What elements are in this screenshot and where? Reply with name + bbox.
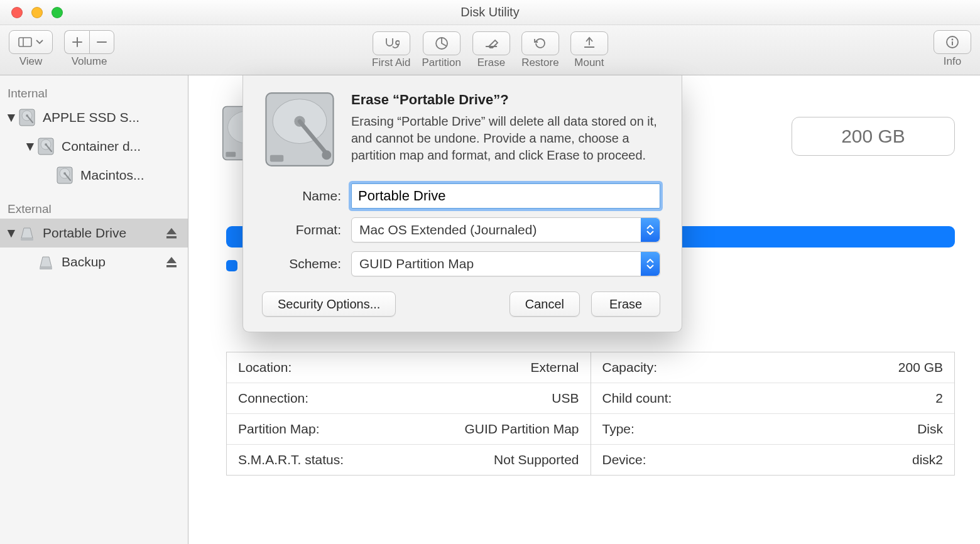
table-row: Partition Map:GUID Partition Map bbox=[227, 414, 591, 445]
sidebar-item-label: APPLE SSD S... bbox=[43, 110, 188, 125]
scheme-label: Scheme: bbox=[262, 256, 351, 271]
mount-icon bbox=[582, 36, 597, 51]
window-titlebar: Disk Utility bbox=[0, 0, 980, 25]
eject-icon[interactable] bbox=[165, 256, 178, 268]
eraser-icon bbox=[483, 36, 499, 50]
detail-label: Type: bbox=[602, 422, 634, 437]
scheme-value: GUID Partition Map bbox=[359, 256, 474, 271]
info-button[interactable] bbox=[934, 30, 971, 54]
table-row: Connection:USB bbox=[227, 383, 591, 414]
format-label: Format: bbox=[262, 222, 351, 237]
toolbar: View Volume First Aid Partition bbox=[0, 25, 980, 75]
eject-icon[interactable] bbox=[165, 227, 178, 239]
external-disk-icon bbox=[36, 253, 55, 271]
sidebar-item-portable-drive[interactable]: ▼ Portable Drive bbox=[0, 219, 188, 248]
disclosure-triangle-icon[interactable]: ▼ bbox=[5, 226, 18, 241]
detail-value: 200 GB bbox=[898, 360, 943, 375]
table-row: Capacity:200 GB bbox=[591, 352, 955, 383]
minus-icon bbox=[96, 36, 107, 48]
select-stepper-icon bbox=[641, 252, 660, 276]
mount-button[interactable] bbox=[570, 31, 608, 55]
detail-label: Connection: bbox=[238, 391, 308, 406]
table-row: Location:External bbox=[227, 352, 591, 383]
security-options-button[interactable]: Security Options... bbox=[262, 291, 396, 317]
erase-toolbar-label: Erase bbox=[477, 57, 505, 69]
erase-dialog: Erase “Portable Drive”? Erasing “Portabl… bbox=[242, 75, 682, 332]
svg-point-15 bbox=[952, 39, 954, 41]
sidebar-section-external: External bbox=[0, 197, 188, 219]
cancel-button[interactable]: Cancel bbox=[509, 291, 580, 317]
svg-rect-10 bbox=[19, 38, 31, 46]
restore-icon bbox=[533, 36, 548, 51]
first-aid-button[interactable] bbox=[373, 31, 410, 55]
detail-value: GUID Partition Map bbox=[464, 422, 579, 437]
disclosure-triangle-icon[interactable]: ▼ bbox=[5, 110, 18, 125]
scheme-select[interactable]: GUID Partition Map bbox=[351, 251, 660, 276]
detail-label: S.M.A.R.T. status: bbox=[238, 452, 344, 467]
dialog-drive-icon bbox=[262, 92, 337, 167]
volume-add-button[interactable] bbox=[64, 30, 89, 54]
sidebar-item-backup[interactable]: Backup bbox=[0, 248, 188, 276]
stethoscope-icon bbox=[383, 36, 400, 50]
partition-button[interactable] bbox=[423, 31, 460, 55]
sidebar-section-internal: Internal bbox=[0, 82, 188, 103]
volume-label: Volume bbox=[72, 55, 107, 68]
format-select[interactable]: Mac OS Extended (Journaled) bbox=[351, 217, 660, 242]
table-row: Device:disk2 bbox=[591, 445, 955, 475]
sidebar-view-icon bbox=[18, 37, 32, 47]
dialog-body: Erasing “Portable Drive” will delete all… bbox=[351, 113, 660, 164]
detail-label: Location: bbox=[238, 360, 291, 375]
internal-disk-icon bbox=[55, 166, 74, 185]
legend-swatch bbox=[226, 260, 237, 271]
table-row: S.M.A.R.T. status:Not Supported bbox=[227, 445, 591, 475]
internal-disk-icon bbox=[18, 108, 36, 127]
sidebar-item-apple-ssd[interactable]: ▼ APPLE SSD S... bbox=[0, 103, 188, 132]
details-table: Location:External Connection:USB Partiti… bbox=[226, 352, 955, 476]
sidebar-item-label: Backup bbox=[62, 254, 165, 269]
table-row: Type:Disk bbox=[591, 414, 955, 445]
detail-label: Child count: bbox=[602, 391, 672, 406]
info-icon bbox=[945, 35, 960, 50]
detail-value: disk2 bbox=[912, 452, 943, 467]
table-row: Child count:2 bbox=[591, 383, 955, 414]
name-input[interactable] bbox=[351, 183, 660, 209]
chevron-down-icon bbox=[36, 40, 43, 45]
detail-value: Disk bbox=[917, 422, 943, 437]
sidebar-item-label: Portable Drive bbox=[43, 226, 165, 241]
sidebar-item-container[interactable]: ▼ Container d... bbox=[0, 132, 188, 161]
volume-buttons bbox=[64, 30, 114, 54]
detail-value: 2 bbox=[935, 391, 943, 406]
sidebar-item-label: Macintos... bbox=[80, 168, 188, 183]
internal-disk-icon bbox=[36, 137, 55, 156]
pie-icon bbox=[434, 36, 449, 51]
restore-label: Restore bbox=[521, 57, 559, 69]
name-label: Name: bbox=[262, 188, 351, 204]
info-label: Info bbox=[944, 55, 961, 68]
plus-icon bbox=[72, 36, 83, 48]
svg-point-12 bbox=[396, 41, 400, 45]
sidebar-item-label: Container d... bbox=[62, 139, 188, 154]
detail-value: USB bbox=[552, 391, 579, 406]
partition-label: Partition bbox=[422, 57, 461, 69]
view-button[interactable] bbox=[9, 30, 53, 54]
window-title: Disk Utility bbox=[0, 5, 980, 19]
dialog-title: Erase “Portable Drive”? bbox=[351, 92, 660, 108]
sidebar-item-macintosh[interactable]: Macintos... bbox=[0, 161, 188, 190]
detail-value: Not Supported bbox=[494, 452, 579, 467]
external-disk-icon bbox=[18, 224, 36, 242]
sidebar: Internal ▼ APPLE SSD S... ▼ Container d.… bbox=[0, 75, 188, 544]
format-value: Mac OS Extended (Journaled) bbox=[359, 222, 536, 237]
view-label: View bbox=[19, 55, 43, 68]
erase-toolbar-button[interactable] bbox=[472, 31, 510, 55]
mount-label: Mount bbox=[574, 57, 604, 69]
detail-label: Partition Map: bbox=[238, 422, 320, 437]
restore-button[interactable] bbox=[521, 31, 559, 55]
detail-label: Capacity: bbox=[602, 360, 658, 375]
capacity-badge: 200 GB bbox=[792, 117, 955, 156]
erase-button[interactable]: Erase bbox=[591, 291, 660, 317]
volume-remove-button[interactable] bbox=[89, 30, 114, 54]
detail-label: Device: bbox=[602, 452, 646, 467]
detail-value: External bbox=[530, 360, 579, 375]
disclosure-triangle-icon[interactable]: ▼ bbox=[24, 139, 36, 154]
select-stepper-icon bbox=[641, 218, 660, 242]
